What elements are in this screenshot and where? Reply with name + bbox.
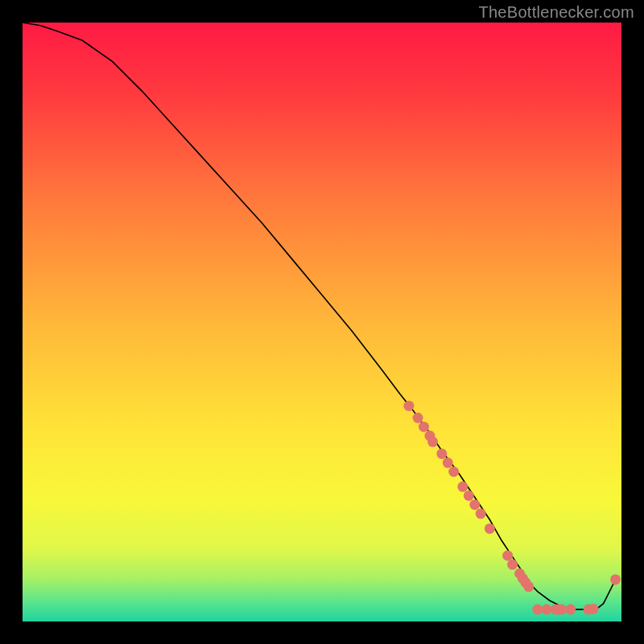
data-marker: [403, 401, 414, 411]
data-marker: [419, 422, 429, 432]
data-marker: [443, 457, 453, 468]
data-marker: [507, 559, 518, 570]
data-marker: [413, 413, 423, 423]
data-marker: [476, 509, 486, 519]
data-marker: [502, 551, 513, 561]
data-marker: [485, 523, 495, 534]
data-marker: [532, 605, 543, 615]
data-marker: [610, 574, 621, 584]
data-marker: [542, 605, 552, 615]
watermark-label: TheBottlenecker.com: [478, 3, 634, 22]
data-marker: [523, 581, 534, 592]
data-marker: [588, 604, 599, 614]
plot-area: [23, 23, 621, 621]
chart-container: TheBottlenecker.com: [0, 0, 644, 644]
data-marker: [565, 605, 576, 615]
data-marker: [448, 467, 459, 477]
data-marker: [464, 490, 474, 501]
bottleneck-curve-line: [23, 23, 616, 609]
data-marker: [427, 436, 438, 447]
data-marker: [457, 481, 468, 492]
marker-group: [403, 401, 621, 615]
data-marker: [556, 605, 567, 615]
chart-overlay: [23, 23, 621, 621]
data-marker: [436, 448, 447, 459]
data-marker: [469, 499, 480, 510]
